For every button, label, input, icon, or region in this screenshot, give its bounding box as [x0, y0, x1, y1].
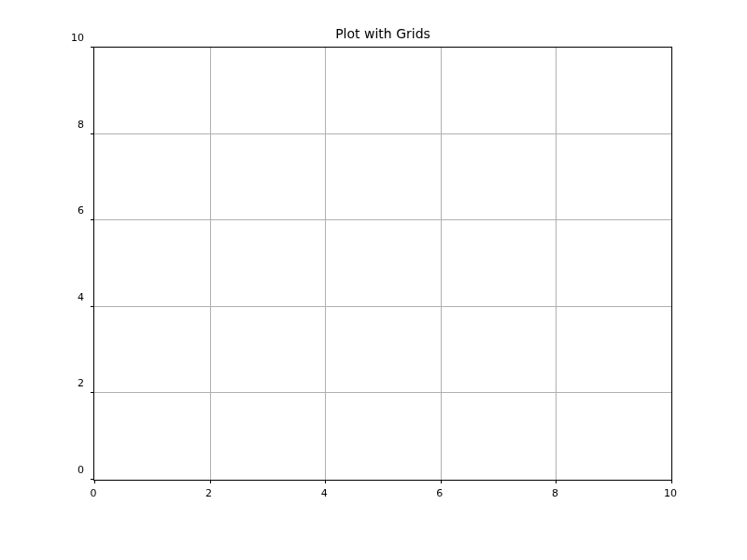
plot-area	[93, 47, 672, 481]
xtick-label: 8	[552, 487, 558, 499]
ytick-label: 8	[78, 118, 84, 130]
tick-x	[210, 480, 211, 483]
grid-line-v	[210, 48, 211, 480]
xtick-label: 4	[321, 487, 328, 499]
xtick-label: 10	[664, 487, 677, 499]
ytick-label: 0	[78, 464, 84, 476]
tick-x	[441, 480, 442, 483]
grid-line-h	[94, 219, 671, 220]
tick-x	[325, 480, 326, 483]
tick-x	[671, 480, 672, 483]
ytick-label: 6	[78, 204, 84, 217]
tick-x	[94, 480, 95, 483]
tick-y	[91, 133, 94, 134]
xtick-label: 0	[91, 487, 97, 499]
tick-y	[91, 306, 94, 307]
grid-line-v	[325, 48, 326, 480]
chart-title: Plot with Grids	[93, 26, 672, 41]
grid-line-h	[94, 133, 671, 134]
tick-x	[556, 480, 557, 483]
ytick-label: 10	[71, 32, 84, 44]
ytick-label: 4	[78, 290, 84, 302]
tick-y	[91, 392, 94, 393]
grid-line-v	[441, 48, 442, 480]
grid-line-h	[94, 392, 671, 393]
tick-y	[91, 479, 94, 480]
tick-y	[91, 47, 94, 48]
chart-container: 0 2 4 6 8 10 0 2 4 6 8 10	[93, 47, 672, 481]
grid-line-h	[94, 306, 671, 307]
tick-y	[91, 219, 94, 220]
xtick-label: 6	[436, 487, 443, 499]
xtick-label: 2	[205, 487, 212, 499]
grid-line-v	[556, 48, 557, 480]
ytick-label: 2	[78, 377, 84, 389]
